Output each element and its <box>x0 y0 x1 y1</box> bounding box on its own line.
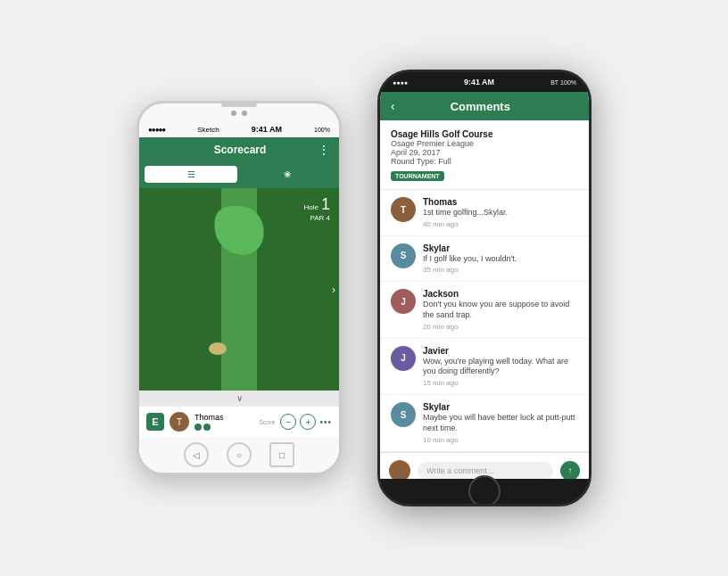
comment-time-3: 15 min ago <box>423 379 578 387</box>
nav-home-button[interactable]: ○ <box>227 442 252 467</box>
comment-body-4: Skylar Maybe you will have better luck a… <box>423 402 578 443</box>
android-signal-icon: ●●●●● <box>148 126 165 134</box>
android-status-bar: ●●●●● Sketch 9:41 AM 100% <box>139 119 339 137</box>
iphone-home-bar <box>380 479 589 504</box>
score-label: Score <box>259 419 275 425</box>
nav-recent-button[interactable]: □ <box>269 442 294 467</box>
iphone-status-bar: ●●●● 9:41 AM BT 100% <box>380 72 589 92</box>
comment-time-1: 35 min ago <box>423 266 578 274</box>
comment-body-2: Jackson Don't you know you are suppose t… <box>423 289 578 330</box>
iphone-screen: ‹ Comments Osage Hills Golf Course Osage… <box>380 92 589 479</box>
tournament-badge: TOURNAMENT <box>391 171 444 181</box>
dot-1 <box>194 424 202 431</box>
hole-number: 1 <box>321 195 330 214</box>
comment-time-0: 40 min ago <box>423 220 578 228</box>
comment-avatar-4: S <box>391 402 416 427</box>
comment-name-3: Javier <box>423 346 578 356</box>
golf-course-map: Hole 1 PAR 4 › <box>139 188 339 391</box>
comment-text-1: If I golf like you, I wouldn't. <box>423 254 578 265</box>
player-avatar: T <box>170 412 189 432</box>
comment-time-2: 20 min ago <box>423 323 578 331</box>
android-app-header: Scorecard ⋮ <box>139 137 339 162</box>
recent-icon: □ <box>279 450 285 460</box>
event-card: Osage Hills Golf Course Osage Premier Le… <box>380 120 589 190</box>
android-tab-bar: ☰ ❀ <box>139 162 339 188</box>
comment-avatar-3: J <box>391 346 416 371</box>
comment-avatar-1: S <box>391 243 416 268</box>
comment-body-0: Thomas 1st time golfing...Skylar. 40 min… <box>423 197 578 228</box>
comment-avatar-2: J <box>391 289 416 314</box>
iphone: ●●●● 9:41 AM BT 100% ‹ Comments Osage Hi… <box>377 70 592 506</box>
tab-scorecard[interactable]: ☰ <box>145 166 237 183</box>
player-score: E <box>146 413 164 431</box>
send-button[interactable]: ↑ <box>560 461 580 480</box>
android-bottom-nav: ◁ ○ □ <box>139 437 339 473</box>
android-sketch-label: Sketch <box>197 126 219 134</box>
comment-text-4: Maybe you will have better luck at putt-… <box>423 413 578 433</box>
player-name: Thomas <box>194 413 253 422</box>
nav-back-button[interactable]: ◁ <box>184 442 209 467</box>
score-plus-button[interactable]: + <box>300 414 316 430</box>
comments-area: Osage Hills Golf Course Osage Premier Le… <box>380 120 589 479</box>
android-camera-row <box>139 111 339 116</box>
event-course: Osage Hills Golf Course <box>391 129 578 139</box>
comment-name-1: Skylar <box>423 243 578 253</box>
android-camera <box>231 111 236 116</box>
comment-item: S Skylar Maybe you will have better luck… <box>380 395 589 451</box>
android-speaker <box>221 103 257 107</box>
comment-text-2: Don't you know you are suppose to avoid … <box>423 300 578 320</box>
iphone-signal: ●●●● <box>393 79 408 86</box>
input-avatar <box>389 460 410 480</box>
score-more-button[interactable]: ••• <box>319 417 332 427</box>
comment-item: J Jackson Don't you know you are suppose… <box>380 282 589 338</box>
event-league: Osage Premier League <box>391 139 578 148</box>
android-time: 9:41 AM <box>252 125 282 134</box>
bluetooth-icon: BT <box>550 79 558 86</box>
iphone-app-title: Comments <box>395 100 566 113</box>
home-icon: ○ <box>236 450 242 460</box>
event-round: Round Type: Full <box>391 157 578 166</box>
comment-item: J Javier Wow, you're playing well today.… <box>380 339 589 395</box>
hole-label: Hole <box>304 203 318 211</box>
hole-info: Hole 1 PAR 4 <box>304 195 330 222</box>
map-chevron-right[interactable]: › <box>332 284 335 296</box>
dot-2 <box>203 424 211 431</box>
android-battery: 100% <box>314 127 330 133</box>
comment-text-0: 1st time golfing...Skylar. <box>423 208 578 218</box>
par-info: PAR 4 <box>304 214 330 222</box>
score-row: E T Thomas Score − + ••• <box>139 406 339 437</box>
iphone-time: 9:41 AM <box>464 78 494 86</box>
android-app-title: Scorecard <box>162 144 318 156</box>
chevron-down-row[interactable]: ∨ <box>139 391 339 406</box>
comment-item: S Skylar If I golf like you, I wouldn't.… <box>380 236 589 283</box>
battery-label: 100% <box>560 79 576 86</box>
home-button[interactable] <box>468 475 500 506</box>
android-phone: ●●●●● Sketch 9:41 AM 100% Scorecard ⋮ ☰ … <box>136 101 342 475</box>
tab-wreath[interactable]: ❀ <box>241 166 334 183</box>
event-date: April 29, 2017 <box>391 148 578 157</box>
more-icon[interactable]: ⋮ <box>318 143 330 157</box>
comment-body-1: Skylar If I golf like you, I wouldn't. 3… <box>423 243 578 275</box>
comment-time-4: 10 min ago <box>423 436 578 444</box>
comment-item: T Thomas 1st time golfing...Skylar. 40 m… <box>380 190 589 236</box>
comment-text-3: Wow, you're playing well today. What are… <box>423 357 578 377</box>
comment-avatar-0: T <box>391 197 416 222</box>
iphone-app-header: ‹ Comments <box>380 92 589 120</box>
comment-name-0: Thomas <box>423 197 578 207</box>
comment-name-2: Jackson <box>423 289 578 299</box>
comments-list: T Thomas 1st time golfing...Skylar. 40 m… <box>380 190 589 452</box>
scorecard-icon: ☰ <box>187 169 195 179</box>
android-front-sensor <box>242 111 247 116</box>
iphone-battery: BT 100% <box>550 79 576 86</box>
wreath-icon: ❀ <box>284 169 291 179</box>
score-minus-button[interactable]: − <box>280 414 296 430</box>
comment-body-3: Javier Wow, you're playing well today. W… <box>423 346 578 387</box>
chevron-down-icon: ∨ <box>236 393 243 403</box>
comment-name-4: Skylar <box>423 402 578 412</box>
score-controls: − + ••• <box>280 414 332 430</box>
back-icon: ◁ <box>193 450 200 460</box>
